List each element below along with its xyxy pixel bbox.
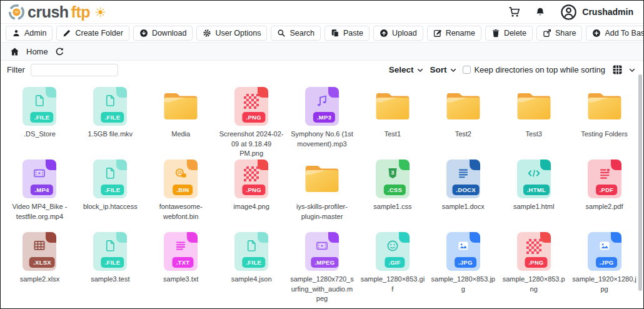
folder-icon [586,90,623,123]
folder-item[interactable]: Test2 [428,86,498,159]
file-file-icon: .FILE [93,160,127,198]
file-type-badge: .HTML [523,185,550,195]
file-item[interactable]: 3.CSSsample1.css [357,159,428,231]
file-item[interactable]: .HTMLsample1.html [498,159,569,231]
file-type-badge: .PNG [525,257,547,268]
filter-row: Filter Select Sort Keep directories on t… [1,61,643,79]
file-type-badge: .BIN [173,185,193,195]
folder-icon [374,90,411,123]
file-file-icon: .FILE [93,232,127,271]
file-item-partial[interactable] [146,304,216,309]
file-item[interactable]: .MP4Video MP4_Bike - testfile.org.mp4 [4,159,75,231]
breadcrumb-home[interactable]: Home [26,47,48,56]
file-item[interactable]: .XLSXsample2.xlsx [4,231,75,304]
folder-item[interactable]: Test3 [498,86,569,159]
select-dropdown[interactable]: Select [389,65,425,74]
html-file-icon: .HTML [517,160,551,198]
button-label: Delete [504,29,526,38]
paste-button[interactable]: Paste [325,26,370,41]
file-name: sample_1280x720_surfing_with_audio.mpeg [289,275,354,304]
rename-button[interactable]: Rename [427,26,481,41]
file-item[interactable]: .GIFsample_1280×853.gif [357,231,428,304]
file-item[interactable]: .PNGsample_1280×853.png [498,231,569,304]
pencil-icon [63,29,71,38]
delete-button[interactable]: Delete [485,26,533,41]
sun-theme-icon[interactable] [95,7,106,18]
logo-text-ftp: ftp [71,4,90,20]
grid-view-icon[interactable] [612,64,623,75]
keep-directories-label[interactable]: Keep directories on top while sorting [474,65,605,74]
css-file-icon: 3.CSS [376,160,410,198]
upload-button[interactable]: Upload [373,26,423,41]
create-folder-button[interactable]: Create Folder [56,26,129,41]
file-item-partial[interactable] [75,304,146,309]
file-item[interactable]: .DOCXsample1.docx [428,159,498,231]
png-file-icon: .PNG [234,87,268,126]
add-to-basket-button[interactable]: Add To Basket [586,26,644,41]
file-name: Test1 [385,129,401,139]
file-item[interactable]: .FILEsample4.json [216,231,287,304]
file-item[interactable]: .FILE.DS_Store [4,86,75,159]
file-name: iys-skills-profiler-plugin-master [289,202,354,221]
file-item[interactable]: .MP3Symphony No.6 (1st movement).mp3 [287,86,358,159]
admin-button[interactable]: Admin [6,26,53,41]
user-options-button[interactable]: User Options [196,26,267,41]
cart-icon[interactable] [508,6,520,18]
file-item-partial[interactable] [4,304,75,309]
file-type-badge: .PNG [243,112,265,123]
jpg-file-icon: .JPG [588,232,621,271]
file-item[interactable]: .FILEblock_ip.htaccess [75,159,146,231]
download-button[interactable]: Download [133,26,193,41]
account-menu[interactable]: Crushadmin [560,4,633,21]
home-icon[interactable] [10,47,19,56]
file-item[interactable]: .FILE1.5GB file.mkv [75,86,146,159]
file-type-badge: .CSS [384,185,406,195]
logo-text-crush: crush [28,4,69,20]
chevron-down-icon [416,66,424,74]
folder-icon [445,90,482,123]
bell-icon[interactable] [535,7,545,18]
refresh-icon[interactable] [55,47,64,56]
sort-dropdown[interactable]: Sort [430,65,457,74]
file-name: 1.5GB file.mkv [88,129,133,139]
folder-item[interactable]: Test1 [357,86,428,159]
file-type-badge: .JPG [596,257,618,268]
file-name: sample3.test [91,275,129,285]
file-item[interactable]: .JPGsample_1920×1280.jpg [569,231,640,304]
filter-input[interactable] [31,64,118,76]
file-item[interactable]: .PNGimage4.png [216,159,287,231]
file-type-badge: .FILE [101,257,124,268]
vertical-scrollbar[interactable] [638,74,642,291]
folder-icon [303,163,341,195]
file-item-partial[interactable] [287,304,358,309]
folder-item[interactable]: iys-skills-profiler-plugin-master [287,159,358,231]
person-icon [12,29,21,38]
circle-down-icon [139,29,148,38]
share-icon [543,29,551,38]
folder-item[interactable]: Media [146,86,216,159]
user-circle-icon [560,4,577,21]
gear-icon [203,29,211,38]
file-item[interactable]: .PNGScreenshot 2024-02-09 at 9.18.49 PM.… [216,86,287,159]
file-type-badge: .TXT [173,257,194,268]
file-item[interactable]: .MPEGsample_1280x720_surfing_with_audio.… [287,231,358,304]
file-item[interactable]: 10.BINfontawesome-webfont.bin [146,159,216,231]
file-type-badge: .FILE [31,112,54,123]
file-item[interactable]: .PDFsample2.pdf [569,159,640,231]
chevron-down-icon [450,66,457,74]
gif-file-icon: .GIF [376,232,410,271]
file-item-partial[interactable] [216,304,287,309]
jpg-file-icon: .JPG [446,232,480,271]
keep-directories-checkbox[interactable] [463,66,471,74]
file-name: sample3.txt [163,275,198,285]
crushftp-logo[interactable]: crushftp [8,4,106,21]
file-item[interactable]: .JPGsample_1280×853.jpg [428,231,498,304]
file-type-badge: .FILE [101,112,124,123]
file-item[interactable]: .TXTsample3.txt [146,231,216,304]
file-name: sample2.xlsx [20,275,60,285]
file-item[interactable]: .FILEsample3.test [75,231,146,304]
share-button[interactable]: Share [536,26,582,41]
view-options-chevron-icon[interactable] [628,66,636,74]
folder-item[interactable]: Testing Folders [569,86,640,159]
search-button[interactable]: Search [271,26,321,41]
